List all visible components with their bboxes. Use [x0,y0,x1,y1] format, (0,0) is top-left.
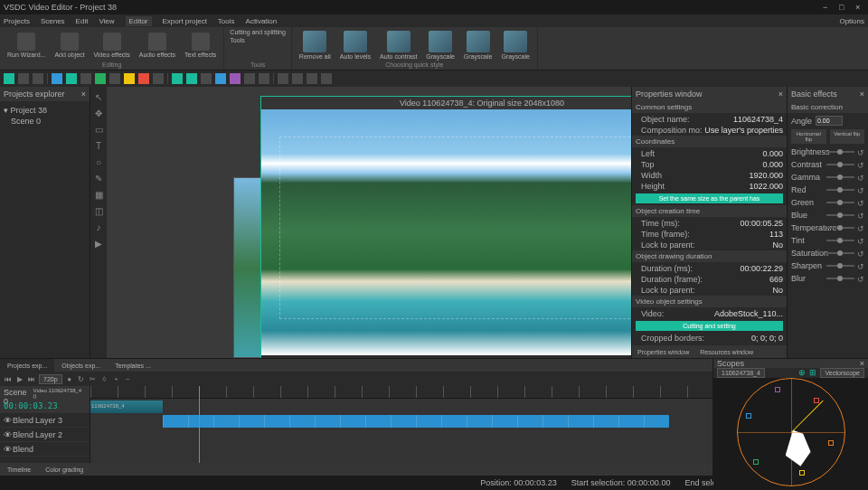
marker-icon[interactable]: ◊ [100,374,109,383]
track-blend[interactable]: Blend [13,416,33,425]
visibility-icon[interactable]: 👁 [4,445,11,454]
section-coords[interactable]: Coordinates [632,136,787,148]
tool-icon[interactable] [4,73,14,84]
tool-icon[interactable] [138,73,149,84]
pen-icon[interactable]: ✎ [92,172,105,184]
red-slider[interactable] [826,189,854,191]
cut-icon[interactable]: ✂ [89,374,98,383]
reset-icon[interactable]: ↺ [857,224,864,231]
cutting-setting-button[interactable]: Cutting and setting [636,321,783,331]
blur-slider[interactable] [826,278,854,279]
menu-scenes[interactable]: Scenes [41,17,65,25]
sharpen-slider[interactable] [826,265,854,267]
reset-icon[interactable]: ↺ [857,275,864,282]
minimize-icon[interactable]: − [823,3,832,12]
tool-icon[interactable] [124,73,135,84]
reset-icon[interactable]: ↺ [857,148,864,155]
tool-icon[interactable] [66,73,77,84]
same-size-button[interactable]: Set the same size as the parent has [636,193,783,203]
reset-icon[interactable]: ↺ [857,199,864,206]
tool-icon[interactable] [80,73,91,84]
contrast-slider[interactable] [826,164,854,165]
cursor-icon[interactable]: ↖ [92,90,105,103]
tool-icon[interactable] [201,73,212,84]
chart-icon[interactable]: ◫ [92,204,105,217]
tool-icon[interactable] [215,73,226,84]
text-effects-button[interactable]: Text effects [183,31,218,60]
zoom-in-icon[interactable]: + [112,374,121,383]
hflip-button[interactable]: Horizontal flip [791,129,826,144]
prop-value[interactable]: 0.000 [762,149,783,158]
grayscale-button[interactable]: Grayscale [424,29,457,61]
crop-icon[interactable]: ▭ [92,123,105,136]
prop-value[interactable]: 669 [769,275,783,284]
tool-icon[interactable] [307,73,317,84]
zoom-out-icon[interactable]: − [124,374,133,383]
tool-icon[interactable] [18,73,29,84]
close-icon[interactable]: × [81,90,86,99]
next-icon[interactable]: ⏭ [27,374,36,383]
tint-slider[interactable] [826,240,854,241]
menu-editor[interactable]: Editor [126,16,152,26]
visibility-icon[interactable]: 👁 [4,430,11,439]
prop-value[interactable]: 0.000 [762,160,783,169]
shape-icon[interactable]: ○ [92,155,105,168]
preview-window[interactable]: Video 110624738_4: Original size 2048x10… [260,96,631,358]
tool-icon[interactable] [186,73,197,84]
scope-icon[interactable]: ⊞ [809,368,816,378]
project-tree-scene[interactable]: Scene 0 [4,116,86,127]
section-duration[interactable]: Object drawing duration [632,250,787,263]
reset-icon[interactable]: ↺ [857,212,864,219]
scope-icon[interactable]: ⊕ [798,368,806,378]
tab-objects-exp[interactable]: Objects exp... [54,359,108,372]
tab-color-grading[interactable]: Color grading [38,463,90,476]
close-icon[interactable]: × [860,359,864,368]
tool-icon[interactable] [292,73,303,84]
preview-image[interactable] [261,109,631,355]
grayscale-button-3[interactable]: Grayscale [499,29,532,61]
auto-contrast-button[interactable]: Auto contrast [378,29,419,61]
prop-value[interactable]: AdobeStock_110... [714,309,783,318]
prop-value[interactable]: 1022.000 [749,182,783,191]
menu-tools[interactable]: Tools [218,17,235,25]
audio-effects-button[interactable]: Audio effects [137,31,177,60]
reset-icon[interactable]: ↺ [857,237,864,244]
menu-projects[interactable]: Projects [4,17,30,25]
scope-object-dropdown[interactable]: 110624738_4 [717,368,765,378]
track-name[interactable]: Layer 2 [35,430,62,439]
brightness-slider[interactable] [826,151,854,153]
menu-view[interactable]: View [99,17,114,25]
angle-input[interactable] [816,116,843,126]
prop-value[interactable]: No [772,286,783,295]
prop-value[interactable]: 00:00:22.29 [740,264,783,273]
canvas[interactable]: Video 110624738_4: Original size 2048x10… [107,87,631,358]
tool-icon[interactable] [321,73,332,84]
reset-icon[interactable]: ↺ [857,262,864,269]
tab-timeline[interactable]: Timeline [0,463,38,476]
tool-icon[interactable] [259,73,269,84]
track-blend[interactable]: Blend [13,430,33,439]
resolution-dropdown[interactable]: 720p [39,374,62,384]
tool-icon[interactable] [244,73,255,84]
close-icon[interactable]: × [855,3,864,12]
temperature-slider[interactable] [826,227,854,229]
remove-all-button[interactable]: Remove all [297,29,333,61]
timeline-ruler[interactable] [90,386,712,399]
text-icon[interactable]: T [92,139,105,152]
video-icon[interactable]: ▶ [92,237,105,250]
timeline-clip[interactable] [163,415,669,428]
blue-slider[interactable] [826,214,854,216]
prop-value[interactable]: 00:00:05.25 [740,219,783,228]
menu-edit[interactable]: Edit [76,17,89,25]
tab-projects-exp[interactable]: Projects exp... [0,359,54,372]
track-blend[interactable]: Blend [13,445,33,454]
options-link[interactable]: Options [839,17,864,25]
playhead[interactable] [199,386,200,463]
prop-value[interactable]: Use layer's properties [704,126,783,135]
reset-icon[interactable]: ↺ [857,250,864,257]
section-common[interactable]: Common settings [632,101,787,114]
tool-icon[interactable] [95,73,106,84]
scope-type-dropdown[interactable]: Vectorscope [820,368,864,378]
section-video-settings[interactable]: Video object settings [632,296,787,308]
grayscale-button-2[interactable]: Grayscale [462,29,495,61]
